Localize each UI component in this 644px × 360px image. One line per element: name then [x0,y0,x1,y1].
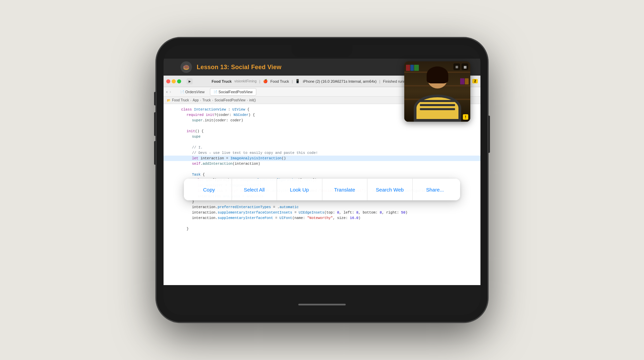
close-window-button[interactable] [166,79,170,83]
phone-screen: 🍩 Lesson 13: Social Feed View ▶ Food Tru… [164,45,480,315]
bc-arrow-2: › [200,99,201,102]
person-hair [427,66,448,83]
app-name-label: Food Truck [212,79,232,83]
target-icon: 🍎 [263,79,268,83]
phone-wrapper: 🍩 Lesson 13: Social Feed View ▶ Food Tru… [156,38,488,322]
pip-fullscreen-button[interactable]: ⊞ [453,63,460,70]
xcode-editor: ▶ Food Truck visionkitFiming | 🍎 Food Tr… [164,76,480,288]
pip-grid-button[interactable]: ▦ [461,63,468,70]
bc-arrow-3: › [212,99,213,102]
bc-arrow-1: › [190,99,191,102]
tab-icon: 📄 [214,90,217,94]
warning-badge: 2 [472,79,478,83]
bc-arrow-4: › [247,99,248,102]
context-menu: Copy Select All Look Up Translate [184,179,460,200]
phone-bottom [164,285,480,315]
device-label: iPhone (2) (16.0 20A6271s Internal, arm6… [303,79,377,83]
home-indicator[interactable] [298,304,346,305]
zoom-window-button[interactable] [177,79,181,83]
nav-forward-icon[interactable]: › [170,89,171,94]
run-button[interactable]: ▶ [187,78,193,84]
tab-icon: 📄 [180,90,184,94]
phone-notch [292,45,352,57]
context-menu-copy[interactable]: Copy [187,179,232,200]
bc-item-4[interactable]: SocialFeedPostView [214,98,245,102]
minimize-window-button[interactable] [172,79,176,83]
tab-social-feed-post-view[interactable]: 📄 SocialFeedPostView [210,88,256,96]
code-editor[interactable]: class InteractionView : UIView { require… [164,104,480,288]
volume-down-button[interactable] [154,141,156,165]
bc-item-5[interactable]: init() [249,98,256,102]
bc-item-3[interactable]: Truck [202,98,211,102]
donut-icon: 🍩 [183,64,190,71]
xcode-toolbar-right: 2 [472,79,478,83]
app-logo: 🍩 [180,61,192,73]
context-menu-look-up[interactable]: Look Up [277,179,322,200]
context-menu-select-all[interactable]: Select All [232,179,277,200]
context-menu-share[interactable]: Share... [413,179,458,200]
target-label: Food Truck [271,79,289,83]
bc-icon: 📂 [167,99,171,102]
volume-up-button[interactable] [154,112,156,136]
context-menu-search-web[interactable]: Search Web [367,179,413,200]
bc-item-2[interactable]: App [193,98,199,102]
context-menu-overlay: Copy Select All Look Up Translate [164,104,480,288]
play-icon: ▶ [189,80,191,83]
app-sub-label: visionkitFiming [234,79,257,83]
nav-back-icon[interactable]: ‹ [166,89,168,94]
bc-item-1[interactable]: Food Truck [172,98,189,102]
volume-mute-button[interactable] [154,92,156,105]
context-menu-translate[interactable]: Translate [322,179,368,200]
device-icon: 📱 [295,79,300,83]
pip-toolbar: ⊞ ▦ [453,63,468,70]
power-button[interactable] [488,116,490,153]
lesson-title: Lesson 13: Social Feed View [197,64,281,71]
tab-orders-view[interactable]: 📄 OrdersView [177,88,208,96]
